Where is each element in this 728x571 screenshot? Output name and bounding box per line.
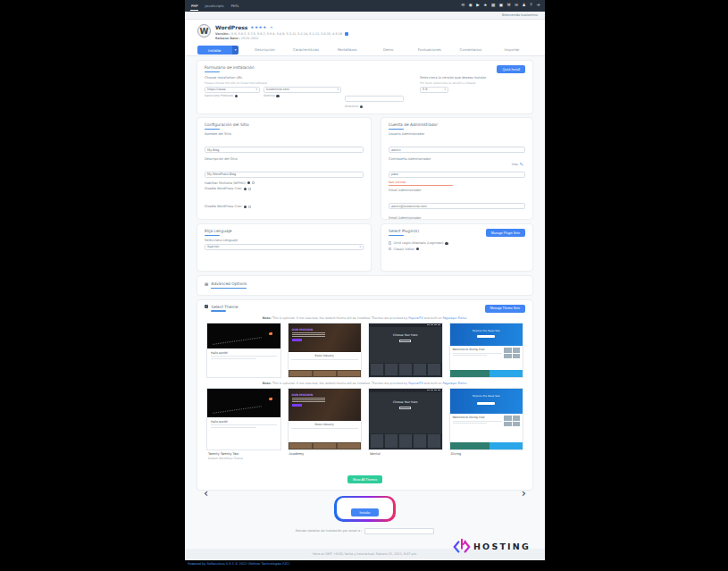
info-icon[interactable] (445, 242, 448, 245)
powered-by-link[interactable]: Powered by Softaculous 5.8.3 © 2022 (Sof… (188, 562, 289, 566)
popularfx-link[interactable]: PopularFX (408, 382, 423, 385)
versions-badge-icon[interactable] (345, 32, 348, 36)
site-name-input[interactable] (205, 147, 364, 153)
directory-input[interactable] (345, 96, 404, 102)
theme-row-2: Hello world! Twenty Twenty Two Default W… (206, 388, 523, 460)
tab-install[interactable]: Instalar ▾ (197, 46, 238, 55)
site-desc-input[interactable] (205, 172, 364, 178)
site-name-label: Nombre del Sitio (205, 132, 364, 136)
theme-caption: Hello world! (211, 420, 277, 424)
theme-twentytwentytwo[interactable]: Hello world! Twenty Twenty Two Default W… (206, 388, 281, 460)
pagelayer-link[interactable]: Pagelayer Editor (442, 382, 466, 385)
theme-wortal[interactable]: Choose Your Hero (368, 323, 443, 378)
theme-caption: Book Industry (291, 354, 359, 357)
theme-checkbox-icon[interactable]: ✓ (205, 305, 208, 308)
tab-descripcion[interactable]: Descripción (244, 45, 285, 55)
manage-theme-sets-button[interactable]: Manage Theme Sets (485, 305, 525, 313)
info-icon[interactable] (360, 105, 363, 108)
settings-icon[interactable]: ⚒ (507, 4, 511, 8)
theme-overlay-title: OUR MISSION (292, 328, 325, 332)
info-icon[interactable] (244, 206, 247, 208)
tab-caracteristicas[interactable]: Características (285, 45, 326, 55)
installations-icon[interactable]: ▦ (491, 4, 495, 8)
expand-icon[interactable]: ⊞ (205, 282, 208, 287)
email-details-row: Mandar detalles de instalación por email… (185, 528, 545, 534)
theme-caption: Hello world! (211, 351, 277, 355)
sync-icon[interactable]: ⟲ (461, 4, 464, 8)
theme-academy[interactable]: OUR MISSION Book Industry (288, 323, 363, 378)
theme-hero-caption: Explore the Deep Sea (473, 394, 499, 398)
choose-version-label: Selecciona la versión que deseas instala… (420, 76, 525, 80)
plugins-card: Select Plugin(s) Manage Plugin Sets Limi… (381, 224, 532, 271)
tab-install-label[interactable]: Instalar (197, 46, 232, 55)
popularfx-link[interactable]: PopularFX (408, 316, 423, 320)
pagelayer-link[interactable]: Pagelayer Editor (442, 316, 466, 320)
site-settings-title: Configuración del Sitio (205, 122, 364, 127)
version-select[interactable]: 5.9 ▾ (420, 87, 448, 93)
chevron-down-icon[interactable]: ▾ (232, 46, 239, 55)
key-icon[interactable] (520, 163, 523, 166)
disable-cron-checkbox-2[interactable] (248, 206, 251, 208)
theme-diving[interactable]: Explore the Deep Sea Welcome to Diving C… (449, 388, 524, 460)
carousel-prev-arrow[interactable]: ‹ (204, 486, 208, 500)
language-value: Spanish (207, 245, 219, 248)
theme-diving[interactable]: Explore the Deep Sea Welcome to Diving C… (449, 323, 524, 378)
plugins-title: Select Plugin(s) (389, 229, 419, 233)
protocol-select[interactable]: https://www. ▾ (205, 87, 260, 93)
theme-wortal[interactable]: Choose Your Hero Wortal (368, 388, 443, 460)
release-date: 25-01-2022 (241, 37, 259, 40)
version-label: Versión : (215, 32, 230, 36)
tab-comentarios[interactable]: Comentarios (450, 45, 491, 55)
carousel-next-arrow[interactable]: › (522, 486, 526, 500)
show-all-themes-button[interactable]: Show All Themes (347, 475, 383, 483)
rating-half-star: ★ (270, 25, 273, 29)
rating-stars: ★★★★ (250, 25, 266, 29)
info-icon[interactable] (416, 248, 419, 250)
email-icon[interactable]: ✉ (515, 4, 518, 8)
admin-pass-input[interactable] (389, 172, 525, 178)
info-icon[interactable] (244, 188, 247, 190)
tab-importar[interactable]: Importar (491, 45, 532, 55)
nav-perl[interactable]: PERL (230, 2, 239, 11)
domain-select[interactable]: kustomino.com ▾ (264, 87, 341, 93)
classic-editor-checkbox[interactable] (389, 248, 391, 250)
tab-pantallazos[interactable]: Pantallazos (327, 45, 368, 55)
quick-install-button[interactable]: Quick Install (497, 65, 525, 73)
script-type-nav: PHP JavaScripts PERL (190, 2, 240, 11)
chevron-down-icon: ▾ (255, 88, 257, 91)
theme-subtitle: Default WordPress Theme (206, 456, 281, 460)
email-details-input[interactable] (364, 528, 434, 534)
world-icon[interactable]: ◉ (469, 4, 473, 8)
admin-user-input[interactable] (389, 147, 525, 153)
ratings-icon[interactable]: ★ (483, 4, 487, 8)
language-select[interactable]: Spanish ▾ (205, 244, 364, 250)
url-label: Choose Installation URL (205, 76, 404, 80)
info-icon[interactable] (247, 181, 250, 184)
nav-javascripts[interactable]: JavaScripts (204, 2, 224, 11)
disable-cron-checkbox[interactable] (248, 188, 251, 190)
info-icon[interactable] (276, 95, 279, 97)
manage-plugin-sets-button[interactable]: Manage Plugin Sets (486, 229, 525, 237)
email-details-label: Mandar detalles de instalación por email… (296, 529, 362, 533)
tab-demo[interactable]: Demo (368, 45, 409, 55)
admin-email-input[interactable] (389, 203, 525, 209)
disable-cron-label-2: Disable WordPress Cron (205, 205, 242, 208)
help-icon[interactable]: ? (530, 4, 531, 8)
hide-password-link[interactable]: Hide (512, 163, 518, 166)
multisite-checkbox[interactable] (252, 181, 255, 184)
install-button[interactable]: Instalar (351, 508, 380, 516)
advanced-options-label[interactable]: Advanced Options (211, 281, 247, 289)
updates-icon[interactable]: ▣ (499, 4, 503, 8)
tab-puntuaciones[interactable]: Puntuaciones (409, 45, 450, 55)
site-settings-card: Configuración del Sitio Nombre del Sitio… (197, 118, 371, 219)
nav-php[interactable]: PHP (190, 2, 198, 11)
theme-academy[interactable]: OUR MISSION Book Industry Academy (288, 388, 363, 460)
chevron-down-icon: ▾ (444, 88, 446, 91)
user-icon[interactable]: ♟ (523, 4, 526, 8)
advanced-options-card[interactable]: ⊞ Advanced Options (197, 276, 532, 295)
loginizer-checkbox[interactable] (389, 241, 391, 244)
info-icon[interactable] (235, 95, 238, 97)
theme-twentytwentytwo[interactable]: Hello world! (206, 323, 281, 378)
demos-icon[interactable]: ▶ (476, 4, 480, 8)
logout-icon[interactable]: ⇥ (536, 4, 540, 8)
